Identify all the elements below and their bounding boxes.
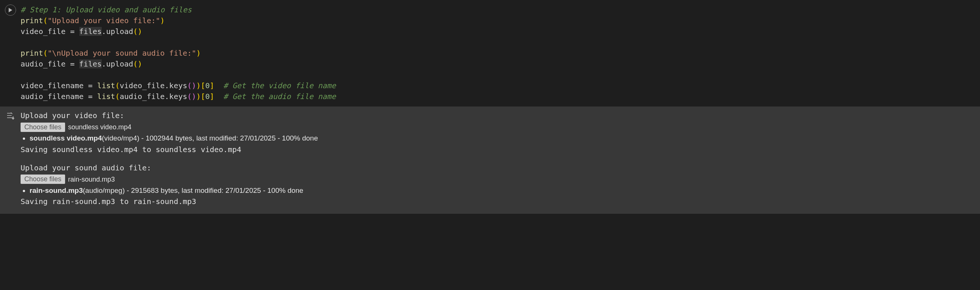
list-item: rain-sound.mp3(audio/mpeg) - 2915683 byt…	[30, 185, 980, 196]
run-button[interactable]	[5, 5, 16, 16]
code-fn: print	[21, 16, 43, 25]
code-gutter	[0, 0, 21, 106]
output-text: Upload your video file:	[21, 110, 980, 121]
output-gutter	[0, 110, 21, 207]
code-fn: print	[21, 49, 43, 57]
choose-files-button[interactable]: Choose files	[21, 174, 65, 184]
code-comment: # Get the video file name	[223, 81, 336, 90]
code-var: audio_filename =	[21, 92, 97, 101]
code-comment: # Get the audio file name	[223, 92, 336, 101]
upload-status-list: soundless video.mp4(video/mp4) - 1002944…	[21, 133, 980, 144]
code-var: audio_file =	[21, 59, 79, 68]
code-cell: # Step 1: Upload video and audio files p…	[0, 0, 980, 106]
upload-status-list: rain-sound.mp3(audio/mpeg) - 2915683 byt…	[21, 185, 980, 196]
output-text: Saving rain-sound.mp3 to rain-sound.mp3	[21, 196, 980, 207]
output-text: Upload your sound audio file:	[21, 163, 980, 173]
output-area: Upload your video file: Choose files sou…	[0, 106, 980, 214]
chosen-file-name: soundless video.mp4	[68, 122, 131, 132]
code-str: "\nUpload your sound audio file:"	[48, 49, 196, 57]
code-str: "Upload your video file:"	[48, 16, 160, 25]
code-editor[interactable]: # Step 1: Upload video and audio files p…	[21, 0, 980, 106]
output-body: Upload your video file: Choose files sou…	[21, 110, 980, 207]
chosen-file-name: rain-sound.mp3	[68, 174, 115, 184]
list-item: soundless video.mp4(video/mp4) - 1002944…	[30, 133, 980, 144]
play-icon	[8, 8, 13, 12]
code-var: video_filename =	[21, 81, 97, 90]
code-var: video_file =	[21, 27, 79, 36]
choose-files-button[interactable]: Choose files	[21, 123, 65, 132]
output-text: Saving soundless video.mp4 to soundless …	[21, 144, 980, 155]
output-icon	[6, 111, 15, 120]
code-comment: # Step 1: Upload video and audio files	[21, 5, 192, 14]
